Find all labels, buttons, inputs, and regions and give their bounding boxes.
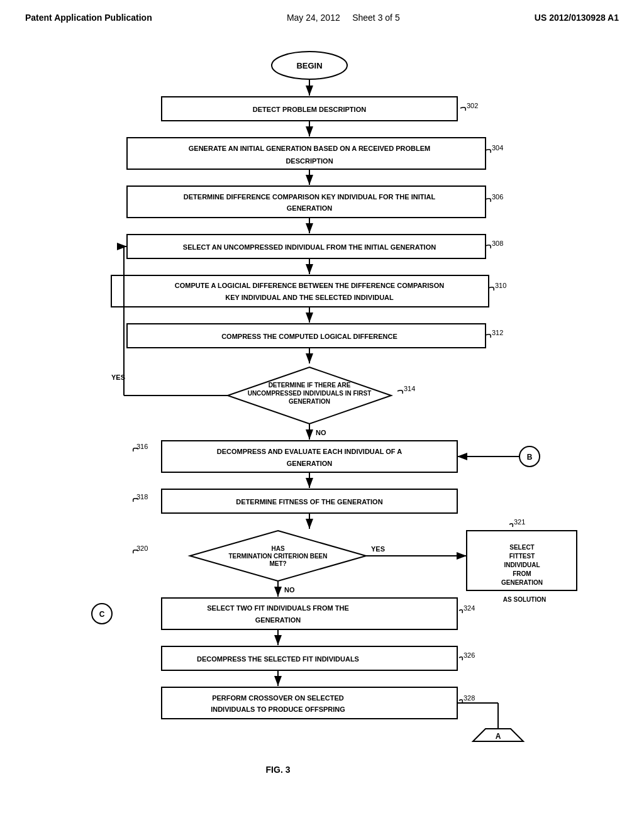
svg-text:DESCRIPTION: DESCRIPTION xyxy=(286,157,333,165)
svg-text:321: 321 xyxy=(514,518,525,526)
publication-label: Patent Application Publication xyxy=(25,13,152,23)
svg-text:KEY INDIVIDUAL AND THE SELECTE: KEY INDIVIDUAL AND THE SELECTED INDIVIDU… xyxy=(225,294,394,301)
svg-text:B: B xyxy=(527,453,533,462)
svg-text:PERFORM CROSSOVER ON SELECTED: PERFORM CROSSOVER ON SELECTED xyxy=(212,694,344,702)
svg-text:HAS: HAS xyxy=(271,545,284,552)
svg-text:COMPRESS THE COMPUTED LOGICAL : COMPRESS THE COMPUTED LOGICAL DIFFERENCE xyxy=(221,333,397,340)
svg-text:DECOMPRESS AND EVALUATE EACH I: DECOMPRESS AND EVALUATE EACH INDIVIDUAL … xyxy=(217,448,402,455)
svg-text:DETERMINE DIFFERENCE COMPARISO: DETERMINE DIFFERENCE COMPARISON KEY INDI… xyxy=(184,193,436,201)
svg-text:AS SOLUTION: AS SOLUTION xyxy=(503,596,546,603)
svg-text:306: 306 xyxy=(492,193,503,201)
svg-text:NO: NO xyxy=(284,586,295,594)
svg-text:GENERATE AN INITIAL GENERATION: GENERATE AN INITIAL GENERATION BASED ON … xyxy=(189,145,430,152)
svg-text:GENERATION: GENERATION xyxy=(287,460,333,467)
svg-rect-82 xyxy=(162,687,457,719)
svg-text:MET?: MET? xyxy=(269,560,286,567)
svg-text:GENERATION: GENERATION xyxy=(255,616,301,624)
sheet-label: Sheet 3 of 5 xyxy=(352,13,400,23)
svg-text:FROM: FROM xyxy=(513,570,531,577)
svg-text:GENERATION: GENERATION xyxy=(287,204,333,212)
svg-text:DETECT PROBLEM DESCRIPTION: DETECT PROBLEM DESCRIPTION xyxy=(253,106,366,113)
svg-text:302: 302 xyxy=(467,102,478,109)
svg-text:312: 312 xyxy=(492,329,503,336)
svg-rect-13 xyxy=(127,186,486,218)
patent-number: US 2012/0130928 A1 xyxy=(535,13,619,23)
svg-text:308: 308 xyxy=(492,240,503,247)
svg-text:FIG. 3: FIG. 3 xyxy=(266,765,291,775)
svg-rect-42 xyxy=(162,441,457,472)
svg-text:C: C xyxy=(99,610,105,619)
svg-rect-22 xyxy=(111,275,489,307)
flowchart-svg: BEGIN DETECT PROBLEM DESCRIPTION 302 GEN… xyxy=(39,40,605,782)
svg-text:GENERATION: GENERATION xyxy=(501,579,543,586)
svg-text:324: 324 xyxy=(464,604,475,612)
svg-text:BEGIN: BEGIN xyxy=(296,61,322,70)
svg-text:A: A xyxy=(496,732,501,741)
svg-text:SELECT TWO FIT INDIVIDUALS FRO: SELECT TWO FIT INDIVIDUALS FROM THE xyxy=(207,604,349,612)
svg-text:INDIVIDUALS TO PRODUCE OFFSPRI: INDIVIDUALS TO PRODUCE OFFSPRING xyxy=(211,706,345,713)
date-label: May 24, 2012 xyxy=(287,13,340,23)
svg-text:DETERMINE FITNESS OF THE GENER: DETERMINE FITNESS OF THE GENERATION xyxy=(236,498,382,506)
diagram-container: BEGIN DETECT PROBLEM DESCRIPTION 302 GEN… xyxy=(25,40,619,782)
header-right: US 2012/0130928 A1 xyxy=(535,13,619,23)
header-left: Patent Application Publication xyxy=(25,13,152,23)
svg-text:NO: NO xyxy=(316,429,326,436)
svg-text:INDIVIDUAL: INDIVIDUAL xyxy=(504,562,540,568)
svg-text:304: 304 xyxy=(492,144,503,152)
header-center: May 24, 2012 Sheet 3 of 5 xyxy=(287,13,400,23)
svg-text:SELECT AN UNCOMPRESSED INDIVID: SELECT AN UNCOMPRESSED INDIVIDUAL FROM T… xyxy=(183,243,436,251)
svg-text:YES: YES xyxy=(371,545,385,553)
svg-text:TERMINATION CRITERION BEEN: TERMINATION CRITERION BEEN xyxy=(228,553,327,560)
svg-text:328: 328 xyxy=(464,694,475,702)
header: Patent Application Publication May 24, 2… xyxy=(25,13,619,28)
svg-text:SELECT: SELECT xyxy=(509,544,534,551)
svg-text:310: 310 xyxy=(495,282,506,289)
svg-text:UNCOMPRESSED INDIVIDUALS IN FI: UNCOMPRESSED INDIVIDUALS IN FIRST xyxy=(248,390,372,397)
svg-text:YES: YES xyxy=(111,374,125,381)
svg-text:FITTEST: FITTEST xyxy=(509,553,535,560)
svg-rect-71 xyxy=(162,598,457,629)
svg-text:DECOMPRESS THE SELECTED FIT IN: DECOMPRESS THE SELECTED FIT INDIVIDUALS xyxy=(197,655,359,663)
svg-text:DETERMINE IF THERE ARE: DETERMINE IF THERE ARE xyxy=(269,382,351,389)
svg-text:314: 314 xyxy=(404,385,415,392)
svg-text:GENERATION: GENERATION xyxy=(289,398,330,405)
svg-text:COMPUTE A LOGICIAL DIFFERENCE : COMPUTE A LOGICIAL DIFFERENCE BETWEEN TH… xyxy=(175,282,444,289)
page: Patent Application Publication May 24, 2… xyxy=(0,0,644,830)
svg-text:326: 326 xyxy=(464,651,475,659)
